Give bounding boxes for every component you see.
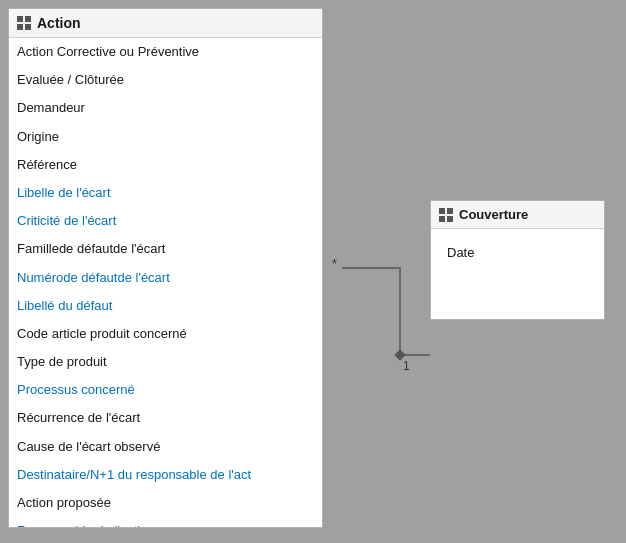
svg-rect-3 <box>25 24 31 30</box>
field-item[interactable]: Criticité de l'écart <box>9 207 322 235</box>
connector-diamond <box>394 349 405 360</box>
action-panel: Action Action Corrective ou PréventiveEv… <box>8 8 323 528</box>
connector-one-label: 1 <box>403 359 410 373</box>
field-item[interactable]: Evaluée / Clôturée <box>9 66 322 94</box>
couverture-panel-content: Date <box>431 229 604 277</box>
svg-rect-5 <box>447 208 453 214</box>
field-item[interactable]: Origine <box>9 123 322 151</box>
couverture-grid-icon <box>439 208 453 222</box>
svg-rect-2 <box>17 24 23 30</box>
couverture-panel-header: Couverture <box>431 201 604 229</box>
svg-rect-1 <box>25 16 31 22</box>
field-item[interactable]: Référence <box>9 151 322 179</box>
field-item[interactable]: Cause de l'écart observé <box>9 433 322 461</box>
field-item[interactable]: Numérode défautde l'écart <box>9 264 322 292</box>
connector-line <box>342 268 430 355</box>
field-item[interactable]: Processus concerné <box>9 376 322 404</box>
action-panel-content[interactable]: Action Corrective ou PréventiveEvaluée /… <box>9 38 322 527</box>
field-item[interactable]: Famillede défautde l'écart <box>9 235 322 263</box>
couverture-panel: Couverture Date <box>430 200 605 320</box>
connector-asterisk-label: * <box>332 256 337 271</box>
field-item[interactable]: Libellé du défaut <box>9 292 322 320</box>
field-item[interactable]: Action Corrective ou Préventive <box>9 38 322 66</box>
field-item[interactable]: Type de produit <box>9 348 322 376</box>
svg-rect-4 <box>439 208 445 214</box>
couverture-field-item[interactable]: Date <box>439 239 596 267</box>
svg-rect-0 <box>17 16 23 22</box>
action-panel-title: Action <box>37 15 81 31</box>
grid-icon <box>17 16 31 30</box>
field-item[interactable]: Demandeur <box>9 94 322 122</box>
action-panel-header: Action <box>9 9 322 38</box>
couverture-panel-title: Couverture <box>459 207 528 222</box>
svg-rect-6 <box>439 216 445 222</box>
field-item[interactable]: Récurrence de l'écart <box>9 404 322 432</box>
field-item[interactable]: Libelle de l'écart <box>9 179 322 207</box>
svg-rect-7 <box>447 216 453 222</box>
field-item[interactable]: Responsable de l'action <box>9 517 322 527</box>
field-item[interactable]: Destinataire/N+1 du responsable de l'act <box>9 461 322 489</box>
field-item[interactable]: Action proposée <box>9 489 322 517</box>
field-item[interactable]: Code article produit concerné <box>9 320 322 348</box>
